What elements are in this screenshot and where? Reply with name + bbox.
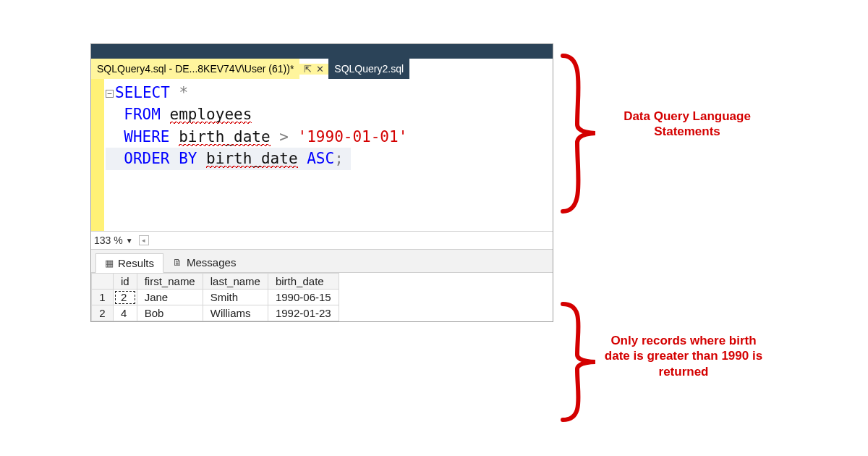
col-firstname[interactable]: first_name xyxy=(137,274,203,290)
cell-birthdate[interactable]: 1990-06-15 xyxy=(268,290,339,305)
op-gt: > xyxy=(279,128,289,145)
close-tab-icon[interactable]: ✕ xyxy=(316,64,324,75)
kw-asc: ASC xyxy=(307,150,334,167)
zoom-bar: 133 % ▼ ◂ xyxy=(91,231,553,250)
zoom-dropdown[interactable]: 133 % ▼ xyxy=(94,235,133,246)
table-row[interactable]: 1 2 Jane Smith 1990-06-15 xyxy=(92,290,339,305)
annotation-top: Data Query Language Statements xyxy=(608,109,767,140)
document-tab-bar: SQLQuery4.sql - DE...8KEV74V\User (61))*… xyxy=(91,59,553,79)
code-text[interactable]: −SELECT * FROM employees WHERE birth_dat… xyxy=(104,79,553,231)
chevron-down-icon: ▼ xyxy=(126,237,133,245)
cell-rownum: 2 xyxy=(92,305,114,321)
cell-id[interactable]: 2 xyxy=(114,290,137,305)
ssms-window: SQLQuery4.sql - DE...8KEV74V\User (61))*… xyxy=(90,43,553,322)
literal-date: '1990-01-01' xyxy=(298,128,408,145)
grid-icon: ▦ xyxy=(105,258,114,269)
col-birthdate[interactable]: birth_date xyxy=(268,274,339,290)
results-grid-wrap: id first_name last_name birth_date 1 2 J… xyxy=(91,273,553,321)
cell-id[interactable]: 4 xyxy=(114,305,137,321)
pin-tab-icon[interactable]: ⇱ xyxy=(304,64,312,75)
star: * xyxy=(170,84,188,101)
code-editor[interactable]: −SELECT * FROM employees WHERE birth_dat… xyxy=(91,79,553,231)
col-rownum[interactable] xyxy=(92,274,114,290)
tab-messages-label: Messages xyxy=(187,256,236,269)
cell-birthdate[interactable]: 1992-01-23 xyxy=(268,305,339,321)
kw-orderby: ORDER BY xyxy=(124,150,197,167)
messages-icon: 🗎 xyxy=(173,257,182,268)
cell-lastname[interactable]: Smith xyxy=(203,290,268,305)
results-grid[interactable]: id first_name last_name birth_date 1 2 J… xyxy=(91,273,339,321)
col-id[interactable]: id xyxy=(114,274,137,290)
ident-birthdate-order: birth_date xyxy=(206,150,297,170)
cell-firstname[interactable]: Bob xyxy=(137,305,203,321)
table-row[interactable]: 2 4 Bob Williams 1992-01-23 xyxy=(92,305,339,321)
ident-birthdate-where: birth_date xyxy=(179,128,270,148)
tab-sqlquery4[interactable]: SQLQuery4.sql - DE...8KEV74V\User (61))* xyxy=(91,59,299,79)
kw-from: FROM xyxy=(124,106,161,123)
modified-gutter xyxy=(91,79,104,231)
grid-header-row: id first_name last_name birth_date xyxy=(92,274,339,290)
cell-rownum: 1 xyxy=(92,290,114,305)
fold-toggle-icon[interactable]: − xyxy=(106,90,114,98)
brace-top xyxy=(556,52,599,215)
tab-actions: ⇱ ✕ xyxy=(299,64,328,75)
scroll-left-icon[interactable]: ◂ xyxy=(139,235,149,245)
semi: ; xyxy=(334,150,344,167)
cell-lastname[interactable]: Williams xyxy=(203,305,268,321)
zoom-value: 133 % xyxy=(94,235,123,246)
tab-results[interactable]: ▦ Results xyxy=(95,253,163,273)
tab-sqlquery2[interactable]: SQLQuery2.sql xyxy=(328,59,409,79)
tab-results-label: Results xyxy=(118,257,154,269)
kw-where: WHERE xyxy=(124,128,169,145)
ident-employees: employees xyxy=(170,106,252,126)
title-bar xyxy=(91,44,553,59)
annotation-bottom: Only records where birth date is greater… xyxy=(604,333,763,379)
kw-select: SELECT xyxy=(115,84,170,101)
brace-bottom xyxy=(556,300,599,423)
cell-firstname[interactable]: Jane xyxy=(137,290,203,305)
output-tabs: ▦ Results 🗎 Messages xyxy=(91,250,553,273)
tab-messages[interactable]: 🗎 Messages xyxy=(163,253,245,272)
col-lastname[interactable]: last_name xyxy=(203,274,268,290)
